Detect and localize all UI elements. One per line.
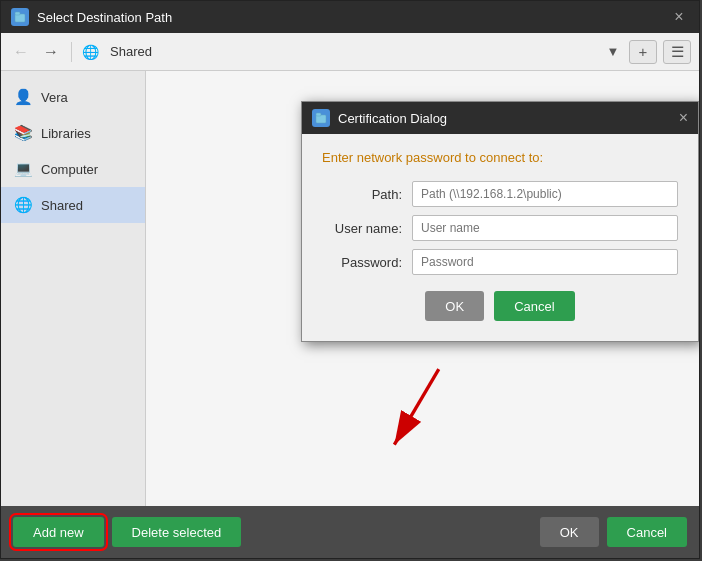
sidebar-item-vera[interactable]: 👤 Vera [1,79,145,115]
username-field-row: User name: [322,215,678,241]
main-cancel-button[interactable]: Cancel [607,517,687,547]
password-input[interactable] [412,249,678,275]
delete-selected-button[interactable]: Delete selected [112,517,242,547]
main-ok-button[interactable]: OK [540,517,599,547]
shared-icon: 🌐 [13,195,33,215]
password-field-row: Password: [322,249,678,275]
path-dropdown-button[interactable]: ▼ [603,40,623,64]
nav-separator [71,42,72,62]
bottom-action-bar: Add new Delete selected OK Cancel [1,506,699,558]
computer-icon: 💻 [13,159,33,179]
cert-cancel-button[interactable]: Cancel [494,291,574,321]
cert-ok-button[interactable]: OK [425,291,484,321]
cert-dialog-close-button[interactable]: × [679,109,688,127]
path-input[interactable] [412,181,678,207]
current-path: Shared [106,44,597,59]
cert-dialog-body: Enter network password to connect to: Pa… [302,134,698,341]
cert-info-text: Enter network password to connect to: [322,150,678,165]
svg-rect-1 [15,12,20,15]
shared-label: Shared [41,198,83,213]
cert-dialog: Certification Dialog × Enter network pas… [301,101,699,342]
password-label: Password: [322,255,412,270]
dialog-close-button[interactable]: × [669,7,689,27]
sidebar-item-libraries[interactable]: 📚 Libraries [1,115,145,151]
title-bar: Select Destination Path × [1,1,699,33]
username-input[interactable] [412,215,678,241]
sidebar-item-computer[interactable]: 💻 Computer [1,151,145,187]
bottom-right-actions: OK Cancel [540,517,687,547]
cert-title-bar: Certification Dialog × [302,102,698,134]
nav-bar: ← → 🌐 Shared ▼ + ☰ [1,33,699,71]
sidebar-item-shared[interactable]: 🌐 Shared [1,187,145,223]
svg-rect-3 [316,113,321,116]
cert-dialog-title: Certification Dialog [338,111,671,126]
path-icon: 🌐 [80,43,100,61]
forward-button[interactable]: → [39,40,63,64]
vera-icon: 👤 [13,87,33,107]
cert-dialog-buttons: OK Cancel [322,291,678,321]
bottom-left-actions: Add new Delete selected [13,517,532,547]
file-area: Certification Dialog × Enter network pas… [146,71,699,506]
main-dialog: Select Destination Path × ← → 🌐 Shared ▼… [0,0,700,559]
list-view-button[interactable]: ☰ [663,40,691,64]
dialog-icon [11,8,29,26]
computer-label: Computer [41,162,98,177]
back-button[interactable]: ← [9,40,33,64]
content-area: 👤 Vera 📚 Libraries 💻 Computer 🌐 Shared [1,71,699,506]
libraries-label: Libraries [41,126,91,141]
cert-dialog-icon [312,109,330,127]
add-new-button[interactable]: Add new [13,517,104,547]
path-label: Path: [322,187,412,202]
cert-dialog-overlay: Certification Dialog × Enter network pas… [146,71,699,506]
path-field-row: Path: [322,181,678,207]
sidebar: 👤 Vera 📚 Libraries 💻 Computer 🌐 Shared [1,71,146,506]
username-label: User name: [322,221,412,236]
vera-label: Vera [41,90,68,105]
new-folder-button[interactable]: + [629,40,657,64]
libraries-icon: 📚 [13,123,33,143]
dialog-title: Select Destination Path [37,10,661,25]
